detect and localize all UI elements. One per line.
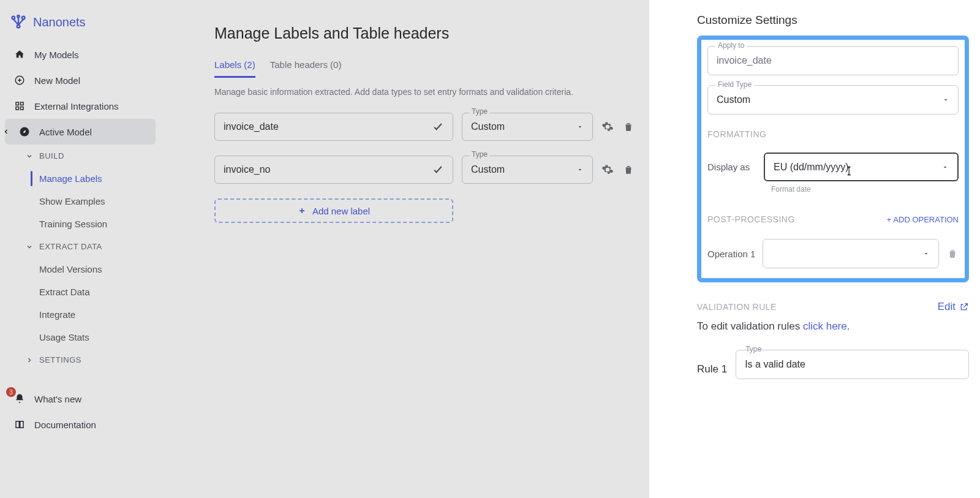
label-name-input[interactable]: invoice_no <box>214 156 453 184</box>
label-name-value: invoice_date <box>224 121 279 132</box>
field-type-value: Custom <box>717 94 949 105</box>
edit-label: Edit <box>938 301 956 313</box>
click-here-link[interactable]: click here <box>803 320 847 332</box>
operation-select[interactable] <box>763 239 939 268</box>
nav-new-model[interactable]: New Model <box>5 67 156 93</box>
chevron-down-icon <box>26 153 33 160</box>
nav-documentation[interactable]: Documentation <box>5 412 156 437</box>
type-field: Type Custom <box>462 156 593 184</box>
type-field: Type Custom <box>462 113 593 141</box>
page-title: Manage Labels and Table headers <box>214 25 669 42</box>
section-title: EXTRACT DATA <box>39 242 102 251</box>
field-type-select[interactable]: Field Type Custom <box>707 85 959 115</box>
svg-rect-7 <box>16 107 19 110</box>
tabs: Labels (2) Table headers (0) <box>214 59 669 78</box>
sub-manage-labels[interactable]: Manage Labels <box>5 167 156 190</box>
sub-show-examples[interactable]: Show Examples <box>5 190 156 213</box>
add-new-label-button[interactable]: Add new label <box>214 198 453 223</box>
chevron-down-icon <box>26 243 33 251</box>
brand-name: Nanonets <box>33 15 86 29</box>
dropdown-icon <box>576 123 584 130</box>
sub-usage-stats[interactable]: Usage Stats <box>5 326 156 349</box>
brand-logo[interactable]: Nanonets <box>5 11 156 42</box>
operation-row: Operation 1 <box>707 239 959 268</box>
nav-my-models[interactable]: My Models <box>5 42 156 67</box>
section-title: BUILD <box>39 151 64 160</box>
compass-icon <box>18 126 31 138</box>
sub-integrate[interactable]: Integrate <box>5 303 156 326</box>
home-icon <box>13 48 26 61</box>
plus-icon <box>298 206 306 215</box>
nav-label: External Integrations <box>34 101 119 111</box>
check-icon <box>432 164 444 176</box>
label-name-value: invoice_no <box>224 164 271 175</box>
cursor-icon <box>843 165 856 177</box>
type-legend: Type <box>469 150 490 159</box>
dropdown-icon <box>941 164 949 171</box>
customize-settings-panel: Customize Settings Apply to invoice_date… <box>686 0 980 498</box>
svg-rect-5 <box>16 102 19 105</box>
section-settings[interactable]: SETTINGS <box>5 349 156 371</box>
delete-button[interactable] <box>622 121 635 133</box>
svg-rect-8 <box>21 107 24 110</box>
sub-training-session[interactable]: Training Session <box>5 213 156 235</box>
external-link-icon <box>959 302 969 312</box>
nav-label: Documentation <box>34 420 96 430</box>
validation-heading: VALIDATION RULE <box>697 302 777 312</box>
label-row: invoice_date Type Custom <box>214 113 669 141</box>
sidebar: Nanonets My Models New Model External In… <box>0 0 160 498</box>
nav-label: My Models <box>34 50 79 60</box>
check-icon <box>432 121 444 133</box>
svg-point-0 <box>12 17 15 20</box>
dropdown-icon <box>942 96 949 104</box>
delete-button[interactable] <box>622 164 635 176</box>
validation-description: To edit validation rules click here. <box>697 320 969 333</box>
notification-badge: 3 <box>6 387 16 397</box>
type-value: Custom <box>471 164 505 175</box>
nav-label: What's new <box>34 394 81 404</box>
helper-text: Manage basic information extracted. Add … <box>214 87 669 97</box>
post-processing-heading: POST-PROCESSING <box>707 214 795 224</box>
formatting-heading: FORMATTING <box>707 129 959 139</box>
plus-circle-icon <box>13 74 26 86</box>
nav-active-model[interactable]: Active Model <box>5 119 156 145</box>
delete-operation-button[interactable] <box>946 247 959 260</box>
sub-model-versions[interactable]: Model Versions <box>5 258 156 281</box>
section-extract[interactable]: EXTRACT DATA <box>5 235 156 258</box>
dropdown-icon <box>922 250 930 257</box>
type-legend: Type <box>469 107 490 116</box>
sub-extract-data[interactable]: Extract Data <box>5 281 156 303</box>
book-icon <box>13 418 26 431</box>
add-operation-button[interactable]: + ADD OPERATION <box>887 215 959 224</box>
field-type-legend: Field Type <box>715 80 754 89</box>
nav-whats-new[interactable]: 3 What's new <box>5 386 156 412</box>
dropdown-icon <box>576 166 584 173</box>
nav-label: New Model <box>34 75 80 86</box>
panel-title: Customize Settings <box>697 13 969 27</box>
section-title: SETTINGS <box>39 355 81 364</box>
nav-external-integrations[interactable]: External Integrations <box>5 93 156 119</box>
nav-label: Active Model <box>39 127 92 137</box>
label-name-input[interactable]: invoice_date <box>214 113 453 141</box>
main-content: Manage Labels and Table headers Labels (… <box>160 0 686 498</box>
display-as-select[interactable]: EU (dd/mm/yyyy) <box>764 153 959 181</box>
display-as-helper: Format date <box>771 185 959 194</box>
settings-button[interactable] <box>601 121 614 133</box>
settings-button[interactable] <box>601 164 614 176</box>
tab-labels[interactable]: Labels (2) <box>214 59 255 78</box>
type-select[interactable]: Custom <box>462 113 593 141</box>
type-value: Custom <box>471 121 505 132</box>
rule-type-select[interactable]: Is a valid date <box>736 350 969 379</box>
edit-validation-button[interactable]: Edit <box>938 301 969 313</box>
display-as-row: Display as EU (dd/mm/yyyy) <box>707 153 959 181</box>
add-label-text: Add new label <box>312 206 370 216</box>
apply-to-field[interactable]: Apply to invoice_date <box>707 46 959 75</box>
validation-header: VALIDATION RULE Edit <box>697 301 969 313</box>
type-select[interactable]: Custom <box>462 156 593 184</box>
rule-label: Rule 1 <box>697 363 727 375</box>
label-row: invoice_no Type Custom <box>214 156 669 184</box>
section-build[interactable]: BUILD <box>5 145 156 167</box>
chevron-right-icon <box>26 357 33 364</box>
display-as-label: Display as <box>707 162 755 172</box>
tab-table-headers[interactable]: Table headers (0) <box>270 59 342 78</box>
